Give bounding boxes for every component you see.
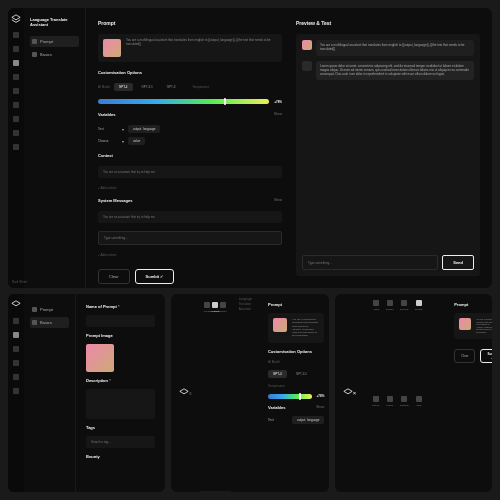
sidebar-item-basics[interactable]: Basics bbox=[30, 49, 79, 60]
prompt-heading: Prompt bbox=[268, 302, 324, 307]
sidebar-item-prompt[interactable]: Prompt bbox=[30, 36, 79, 47]
rail-item[interactable] bbox=[13, 46, 19, 52]
variable-row: Choose ▾ value bbox=[98, 137, 282, 145]
model-label: AI Model bbox=[98, 85, 110, 89]
add-sys[interactable]: + Add context bbox=[98, 253, 282, 257]
menu-item[interactable]: More bbox=[415, 396, 423, 486]
tags-input[interactable] bbox=[86, 436, 155, 448]
mobile-prompt: ≡ Create Prompt Basics Language Translat… bbox=[171, 294, 328, 492]
tab-basics[interactable]: Basics bbox=[219, 302, 226, 483]
theme-footer[interactable]: Dark Writer bbox=[12, 280, 27, 284]
rail-item[interactable] bbox=[13, 144, 19, 150]
create-icon bbox=[416, 300, 422, 306]
rail-item[interactable] bbox=[13, 130, 19, 136]
menu-icon[interactable]: ≡ bbox=[189, 391, 191, 396]
send-button[interactable]: Send bbox=[442, 255, 474, 270]
sidebar-item-basics[interactable]: Basics bbox=[30, 317, 69, 328]
mobile-content: Prompt You are a multilingual assistant … bbox=[260, 294, 329, 492]
icon-rail bbox=[8, 8, 24, 288]
name-heading: Name of Prompt * bbox=[86, 304, 155, 309]
name-input[interactable] bbox=[86, 315, 155, 327]
menu-item[interactable]: Search bbox=[386, 300, 394, 390]
doc-icon bbox=[212, 302, 218, 308]
variable-row: Text output_language bbox=[268, 416, 324, 424]
prompt-image-upload[interactable] bbox=[86, 344, 114, 372]
more-icon bbox=[416, 396, 422, 402]
mobile-subtitle: Language Translate Assistant bbox=[239, 297, 252, 311]
rail-item[interactable] bbox=[13, 332, 19, 338]
preview-heading: Preview & Test bbox=[296, 20, 480, 26]
rail-item[interactable] bbox=[13, 102, 19, 108]
user-avatar bbox=[302, 40, 312, 50]
menu-item[interactable]: Library bbox=[372, 396, 380, 486]
rail-item-active[interactable] bbox=[13, 60, 19, 66]
prompt-card: You are a multilingual assistant that tr… bbox=[454, 313, 492, 339]
add-context[interactable]: + Add context bbox=[98, 186, 282, 190]
model-option[interactable]: GPT-3.5 bbox=[137, 83, 158, 91]
prompt-text: You are a multilingual assistant that tr… bbox=[292, 318, 319, 338]
vars-heading: VariablesShow bbox=[268, 405, 324, 410]
rail-item[interactable] bbox=[13, 116, 19, 122]
icon-rail bbox=[8, 294, 24, 492]
temp-bar[interactable] bbox=[268, 394, 312, 399]
temperature-slider[interactable]: +78% bbox=[268, 394, 324, 399]
model-option[interactable]: GPT-3 bbox=[162, 83, 181, 91]
clear-button[interactable]: Clear bbox=[454, 349, 475, 363]
menu-item[interactable]: Settings bbox=[400, 396, 409, 486]
rail-item[interactable] bbox=[13, 74, 19, 80]
context-input[interactable] bbox=[98, 166, 282, 178]
var-label: Choose bbox=[98, 139, 118, 143]
model-option[interactable]: GPT-4 bbox=[114, 83, 133, 91]
temp-value: +78% bbox=[317, 394, 325, 398]
var-label: Text bbox=[98, 127, 118, 131]
model-row: AI Model bbox=[268, 360, 324, 364]
chat-input[interactable] bbox=[302, 255, 438, 270]
temperature-slider[interactable]: +78% bbox=[98, 99, 282, 104]
menu-item[interactable]: Create bbox=[415, 300, 423, 390]
model-option[interactable]: GPT-4 bbox=[268, 370, 287, 378]
var-value[interactable]: value bbox=[128, 137, 145, 145]
rail-item[interactable] bbox=[13, 318, 19, 324]
model-options: GPT-4 GPT-3.5 bbox=[268, 370, 324, 378]
rail-item[interactable] bbox=[13, 388, 19, 394]
model-option[interactable]: GPT-3.5 bbox=[291, 370, 312, 378]
settings-icon bbox=[32, 320, 37, 325]
tab-prompt[interactable]: Prompt bbox=[211, 302, 219, 483]
search-icon bbox=[387, 300, 393, 306]
submit-button[interactable]: Sumbit ✓ bbox=[135, 269, 175, 284]
rail-item[interactable] bbox=[13, 374, 19, 380]
submit-button[interactable]: Sumbit ✓ bbox=[480, 349, 492, 363]
prompt-text: You are a multilingual assistant that tr… bbox=[126, 39, 277, 57]
desc-textarea[interactable] bbox=[86, 389, 155, 419]
sidebar: Prompt Basics bbox=[24, 294, 76, 492]
sys-input[interactable] bbox=[98, 211, 282, 223]
mobile-header: ≡ bbox=[171, 294, 199, 492]
prompt-column: Prompt You are a multilingual assistant … bbox=[98, 20, 282, 276]
var-value[interactable]: output_language bbox=[128, 125, 160, 133]
tab-create[interactable]: Create bbox=[204, 302, 212, 483]
rail-item[interactable] bbox=[13, 32, 19, 38]
menu-item[interactable]: Profile bbox=[386, 396, 394, 486]
preview-column: Preview & Test You are a multilingual as… bbox=[296, 20, 480, 276]
prompt-image bbox=[103, 39, 121, 57]
prompt-card: You are a multilingual assistant that tr… bbox=[268, 313, 324, 343]
ai-message: Lorem ipsum dolor sit amet, consectetur … bbox=[302, 61, 474, 81]
menu-item[interactable]: Explore bbox=[400, 300, 409, 390]
sidebar-item-prompt[interactable]: Prompt bbox=[30, 304, 69, 315]
sys-type-input[interactable] bbox=[98, 231, 282, 245]
rail-item[interactable] bbox=[13, 346, 19, 352]
main-content: Prompt You are a multilingual assistant … bbox=[86, 8, 492, 288]
logo-icon bbox=[179, 388, 189, 398]
sidebar-item-label: Prompt bbox=[40, 39, 53, 44]
temp-bar[interactable] bbox=[98, 99, 269, 104]
ai-avatar bbox=[302, 61, 312, 71]
menu-item[interactable]: Home bbox=[372, 300, 380, 390]
mobile-content: Prompt You are a multilingual assistant … bbox=[446, 294, 492, 492]
rail-item[interactable] bbox=[13, 360, 19, 366]
rail-item[interactable] bbox=[13, 88, 19, 94]
bounty-heading: Bounty bbox=[86, 454, 155, 459]
logo-icon bbox=[11, 300, 21, 310]
close-icon[interactable]: × bbox=[353, 390, 357, 396]
clear-button[interactable]: Clear bbox=[98, 269, 130, 284]
action-buttons: Clear Sumbit ✓ bbox=[98, 269, 282, 284]
